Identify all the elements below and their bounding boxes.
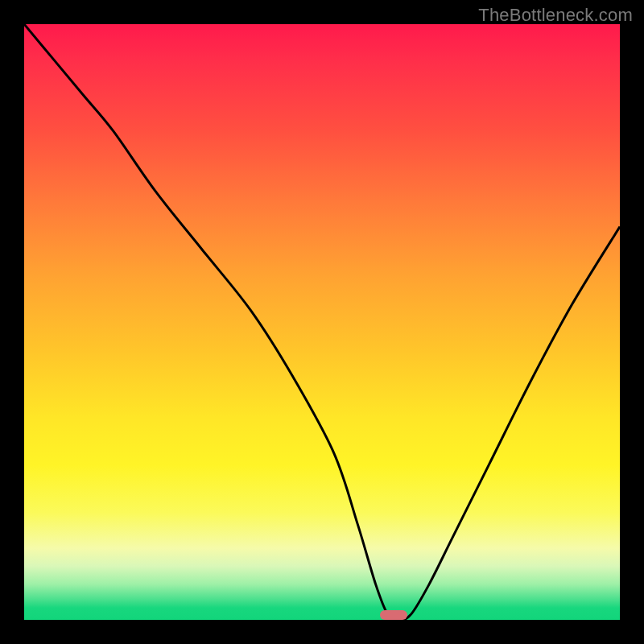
minimum-marker [380, 610, 407, 620]
plot-area [24, 24, 620, 620]
watermark-text: TheBottleneck.com [478, 5, 633, 26]
bottleneck-curve [24, 24, 620, 620]
curve-svg [24, 24, 620, 620]
chart-container: TheBottleneck.com [0, 0, 644, 644]
